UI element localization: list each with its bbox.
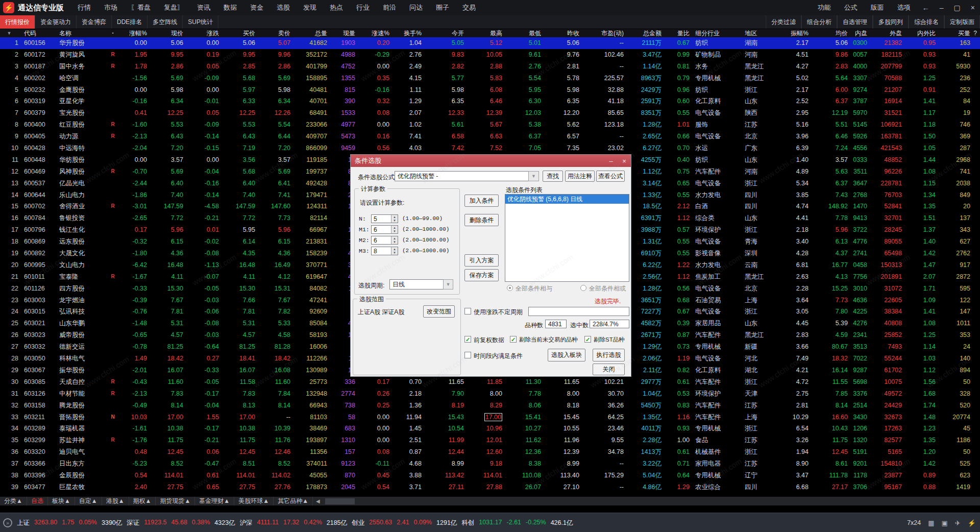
col-header-buy[interactable]: 买价 [219, 29, 255, 37]
change-range-button[interactable]: 改变范围 [423, 305, 455, 318]
execute-pick-button[interactable]: 执行选股 [593, 349, 625, 361]
table-row[interactable]: 37603366日出东方-5.238.52-0.478.518.52374011… [0, 458, 980, 470]
toolbar-tab-5[interactable]: SUP统计 [183, 15, 218, 29]
radio-or[interactable] [580, 285, 586, 291]
dialog-titlebar[interactable]: 条件选股 – × [351, 155, 631, 167]
table-row[interactable]: 32603158腾龙股份-0.498.14-0.048.138.14669437… [0, 400, 980, 412]
close-icon[interactable]: × [966, 4, 980, 12]
minimize-icon[interactable]: – [935, 4, 949, 12]
bottom-tab-4[interactable]: 港股▲ [102, 497, 129, 505]
bottom-tab-2[interactable]: 板块▲ [48, 497, 75, 505]
menu-item-4[interactable]: 资讯 [190, 0, 217, 15]
col-header-pe[interactable]: 市盈(动) [579, 29, 624, 37]
param-spinner-arrows-icon[interactable]: ▲▼ [391, 247, 398, 255]
bottom-tab-8[interactable]: 美股环球▲ [234, 497, 274, 505]
col-header-sell[interactable]: 卖价 [255, 29, 290, 37]
remove-untraded-checkbox[interactable]: ✓ [510, 336, 517, 343]
menu-item-0[interactable]: 行情 [71, 0, 97, 15]
param-spinner-arrows-icon[interactable]: ▲▼ [391, 236, 398, 244]
table-row[interactable]: 30603085天成自控R-0.4311.60-0.0511.5811.6025… [0, 376, 980, 388]
tabs-scroll-thumb[interactable] [325, 498, 355, 504]
menu-item-7[interactable]: 选股 [270, 0, 297, 15]
bottom-tab-6[interactable]: 期货现货▲ [156, 497, 195, 505]
col-header-low[interactable]: 最低 [502, 29, 541, 37]
tabs-scroll-left-icon[interactable]: ◀ [313, 498, 323, 504]
import-plan-button[interactable]: 引入方案 [464, 254, 499, 267]
table-row[interactable]: 36603320迪贝电气0.4812.450.0612.4512.4611356… [0, 446, 980, 458]
toolbar-right-tab-4[interactable]: 综合排名 [909, 15, 944, 29]
toolbar-tab-3[interactable]: DDE排名 [112, 15, 148, 29]
dialog-close-icon[interactable]: × [618, 157, 631, 165]
toolbar-tab-4[interactable]: 多空阵线 [148, 15, 183, 29]
7x24-label[interactable]: 7x24 [907, 519, 921, 526]
col-header-prev[interactable]: 昨收 [541, 29, 579, 37]
table-row[interactable]: 8600400红豆股份R-1.605.53-0.095.535.54233066… [0, 119, 980, 131]
updown-period-input[interactable] [528, 307, 629, 316]
menu-right-item-0[interactable]: 功能 [811, 0, 838, 15]
param-spinner-1[interactable]: 6▲▼ [371, 225, 398, 234]
col-header-high[interactable]: 最高 [464, 29, 502, 37]
param-spinner-2[interactable]: 6▲▼ [371, 236, 398, 245]
remove-st-checkbox[interactable]: ✓ [584, 336, 591, 343]
menu-item-5[interactable]: 数据 [217, 0, 243, 15]
menu-item-2[interactable]: 〖看盘 [124, 0, 157, 15]
table-row[interactable]: 6600319亚星化学-0.166.34-0.016.336.344070139… [0, 95, 980, 107]
index-group-0[interactable]: 上证3263.801.750.05%3390亿 [17, 519, 122, 527]
table-row[interactable]: 5600232金鹰股份0.005.980.005.975.9840481815-… [0, 84, 980, 96]
table-row[interactable]: 3600187国中水务R1.782.860.052.852.8640179947… [0, 61, 980, 72]
menu-item-1[interactable]: 市场 [97, 0, 124, 15]
forward-adjust-checkbox[interactable]: ✓ [464, 336, 471, 343]
menu-item-11[interactable]: 前沿 [376, 0, 403, 15]
menu-item-12[interactable]: 问达 [403, 0, 429, 15]
index-group-3[interactable]: 创业2550.632.410.09%1291亿 [352, 519, 457, 527]
menu-item-8[interactable]: 发现 [297, 0, 323, 15]
menu-item-13[interactable]: 圈子 [429, 0, 456, 15]
bottom-tab-9[interactable]: 其它品种▲ [274, 497, 313, 505]
col-header-cur[interactable]: 现量 [327, 29, 355, 37]
col-header-spd[interactable]: 涨速% [355, 29, 389, 37]
table-row[interactable]: 2600172黄河旋风R1.959.950.199.959.9635217249… [0, 49, 980, 61]
toolbar-right-tab-3[interactable]: 多股同列 [873, 15, 909, 29]
bottom-tab-7[interactable]: 基金理财▲ [195, 497, 234, 505]
col-header-qr[interactable]: 量比 [662, 29, 690, 37]
menu-item-9[interactable]: 热点 [323, 0, 350, 15]
usage-note-button[interactable]: 用法注释 [565, 171, 595, 182]
param-spinner-0[interactable]: 5▲▼ [371, 214, 398, 223]
toolbar-tab-1[interactable]: 资金驱动力 [35, 15, 77, 29]
col-header-ampl[interactable]: 振幅% [778, 29, 808, 37]
satellite-icon[interactable]: ✈ [955, 519, 961, 527]
col-header-turn[interactable]: 换手% [389, 29, 422, 37]
bottom-tab-5[interactable]: 期权▲ [129, 497, 156, 505]
close-button[interactable]: 关闭 [593, 364, 625, 375]
pick-to-block-button[interactable]: 选股入板块 [548, 349, 585, 361]
col-header-pct[interactable]: 涨幅% [118, 29, 147, 37]
col-header-chg[interactable]: 涨跌 [183, 29, 219, 37]
back-icon[interactable]: ← [917, 4, 935, 12]
delete-condition-button[interactable]: 删除条件 [464, 214, 499, 226]
col-header-code[interactable]: 代码 [18, 29, 51, 37]
col-header-ind[interactable]: 细分行业 [690, 29, 739, 37]
table-row[interactable]: 33603211晋拓股份N10.0317.001.5517.00--811035… [0, 412, 980, 423]
toolbar-right-tab-2[interactable]: 自选管理 [837, 15, 873, 29]
updown-period-checkbox[interactable] [464, 308, 471, 315]
formula-combo-arrow-icon[interactable]: ▼ [528, 171, 539, 181]
col-header-outer[interactable]: 外盘 [867, 29, 902, 37]
index-group-4[interactable]: 科创1031.17-2.61-0.25%426.1亿 [461, 519, 573, 527]
menu-right-item-3[interactable]: 选项 [891, 0, 917, 15]
table-row[interactable]: 10600428中远海特-2.047.20-0.157.197.20866099… [0, 142, 980, 154]
col-header-name[interactable]: 名称 [51, 29, 107, 37]
col-header-buyq[interactable]: 买量 [936, 29, 970, 37]
find-button[interactable]: 查找 [543, 171, 563, 182]
toolbar-right-tab-0[interactable]: 分类过滤 [766, 15, 801, 29]
condition-listbox[interactable]: 优化阴线预警 (5,6,6,8) 日线 [505, 194, 629, 282]
col-header-seq[interactable]: ▼ [0, 29, 18, 37]
col-header-vol[interactable]: 总量 [290, 29, 327, 37]
col-header-ratio[interactable]: 内外比 [902, 29, 936, 37]
bottom-tab-1[interactable]: 自选 [27, 497, 48, 505]
view-formula-button[interactable]: 查看公式 [596, 171, 625, 182]
index-expand-icon[interactable]: » [3, 518, 12, 527]
formula-combobox[interactable]: 优化阴线预警 - [395, 171, 529, 181]
menu-right-item-2[interactable]: 版面 [864, 0, 891, 15]
col-header-more[interactable]: ? [970, 29, 980, 37]
param-spinner-arrows-icon[interactable]: ▲▼ [391, 226, 398, 233]
